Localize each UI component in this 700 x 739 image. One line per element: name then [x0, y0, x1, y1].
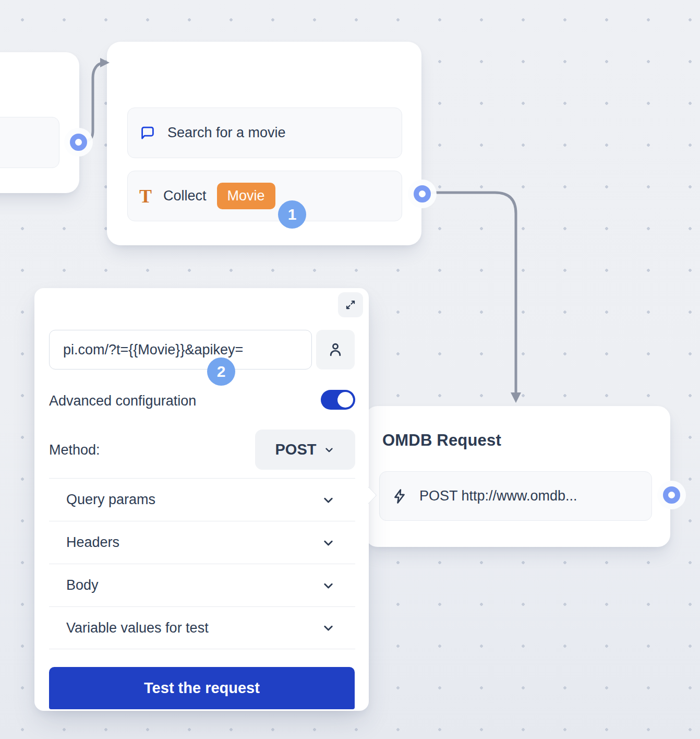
- text-input-icon: T: [139, 187, 152, 206]
- output-port[interactable]: [663, 486, 680, 504]
- url-input[interactable]: [49, 330, 312, 370]
- expand-button[interactable]: [338, 292, 363, 317]
- partial-node-card[interactable]: [0, 52, 79, 193]
- method-label: Method:: [49, 442, 100, 458]
- connector-line: [84, 63, 102, 141]
- section-body[interactable]: Body: [49, 564, 355, 606]
- node-item-label: POST http://www.omdb...: [419, 488, 577, 504]
- chevron-down-icon[interactable]: [321, 621, 335, 635]
- section-label: Query params: [66, 492, 155, 508]
- movie-search-node[interactable]: Movie search Search for a movie T Collec…: [107, 42, 421, 245]
- output-port[interactable]: [414, 185, 431, 202]
- advanced-configuration-toggle[interactable]: [321, 390, 355, 410]
- advanced-configuration-label: Advanced configuration: [49, 392, 196, 409]
- omdb-request-node[interactable]: OMDB Request POST http://www.omdb...: [365, 406, 670, 547]
- section-label: Headers: [66, 534, 119, 551]
- partial-node-item[interactable]: [0, 117, 59, 168]
- chevron-down-icon[interactable]: [321, 493, 335, 507]
- section-query-params[interactable]: Query params: [49, 478, 355, 521]
- chevron-down-icon[interactable]: [321, 578, 335, 592]
- node-item-search-for-a-movie[interactable]: Search for a movie: [127, 108, 402, 158]
- node-title: OMDB Request: [382, 431, 501, 450]
- node-item-label: Search for a movie: [167, 125, 286, 141]
- section-headers[interactable]: Headers: [49, 521, 355, 564]
- connector-line: [431, 193, 516, 392]
- node-item-label: Collect: [163, 188, 207, 204]
- section-label: Variable values for test: [66, 620, 209, 636]
- insert-variable-button[interactable]: [316, 330, 355, 370]
- method-value: POST: [275, 441, 317, 458]
- test-request-button[interactable]: Test the request: [49, 667, 355, 709]
- annotation-badge-1: 1: [278, 200, 306, 229]
- method-select[interactable]: POST: [255, 430, 355, 470]
- expand-icon: [344, 298, 357, 312]
- user-icon: [327, 341, 344, 359]
- node-item-post-request[interactable]: POST http://www.omdb...: [379, 471, 652, 521]
- chevron-down-icon[interactable]: [321, 535, 335, 550]
- webhook-editor-panel[interactable]: 2 Advanced configuration Method: POST Qu…: [34, 288, 369, 711]
- connector-arrowhead: [511, 392, 521, 403]
- accordion-sections: Query params Headers Body Variable value…: [49, 478, 355, 649]
- chat-bubble-icon: [139, 125, 156, 141]
- chevron-down-icon: [323, 444, 335, 456]
- output-port[interactable]: [70, 134, 87, 151]
- node-item-collect-movie[interactable]: T Collect Movie: [127, 171, 402, 221]
- annotation-badge-2: 2: [207, 357, 235, 386]
- lightning-icon: [391, 488, 408, 505]
- section-label: Body: [66, 577, 99, 593]
- section-variable-values-for-test[interactable]: Variable values for test: [49, 606, 355, 649]
- variable-badge[interactable]: Movie: [217, 183, 275, 210]
- toggle-knob: [337, 392, 353, 408]
- flow-canvas[interactable]: Movie search Search for a movie T Collec…: [0, 0, 700, 739]
